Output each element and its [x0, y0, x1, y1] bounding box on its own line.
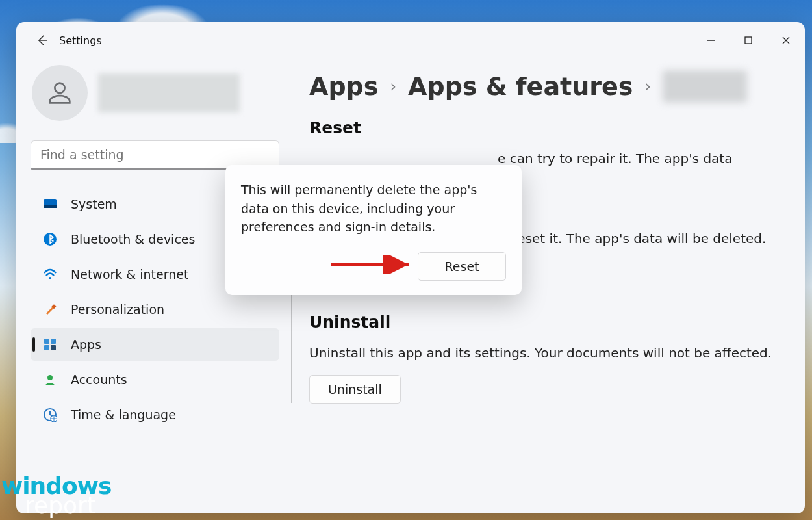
profile-block[interactable] — [31, 58, 279, 135]
sidebar-item-label: Bluetooth & devices — [71, 232, 195, 246]
display-icon — [42, 196, 58, 212]
svg-point-14 — [47, 375, 53, 380]
sidebar-item-label: Accounts — [71, 372, 127, 387]
sidebar-item-apps[interactable]: Apps — [31, 328, 279, 361]
bluetooth-icon — [42, 231, 58, 247]
svg-rect-13 — [51, 345, 56, 350]
window-controls — [692, 24, 805, 57]
sidebar-item-time-language[interactable]: Time & language — [31, 398, 279, 431]
uninstall-section: Uninstall Uninstall this app and its set… — [309, 313, 785, 404]
uninstall-button[interactable]: Uninstall — [309, 375, 401, 404]
apps-icon — [42, 337, 58, 352]
watermark: windows report — [1, 476, 111, 516]
breadcrumb-level3-redacted — [663, 70, 747, 103]
section-title-uninstall: Uninstall — [309, 313, 785, 332]
profile-name-redacted — [98, 73, 240, 112]
close-icon — [781, 36, 791, 45]
breadcrumb-level1[interactable]: Apps — [309, 72, 378, 101]
svg-rect-11 — [51, 339, 56, 344]
reset-confirm-popup: This will permanently delete the app's d… — [225, 165, 522, 295]
chevron-right-icon: › — [644, 77, 651, 96]
svg-rect-12 — [44, 345, 49, 350]
sidebar-item-accounts[interactable]: Accounts — [31, 363, 279, 396]
watermark-bottom: report — [1, 496, 111, 516]
window-title: Settings — [59, 34, 102, 47]
sidebar-item-label: System — [71, 197, 117, 211]
sidebar-item-label: Apps — [71, 337, 101, 352]
brush-icon — [42, 302, 58, 317]
popup-message: This will permanently delete the app's d… — [241, 181, 506, 237]
profile-details — [98, 73, 240, 112]
minimize-icon — [706, 36, 715, 45]
uninstall-description: Uninstall this app and its settings. You… — [309, 343, 785, 363]
titlebar: Settings — [16, 22, 805, 58]
svg-point-8 — [49, 277, 51, 280]
minimize-button[interactable] — [692, 24, 730, 57]
wifi-icon — [42, 266, 58, 282]
section-title-reset: Reset — [309, 118, 785, 137]
close-button[interactable] — [767, 24, 805, 57]
svg-rect-2 — [745, 37, 752, 44]
confirm-reset-button[interactable]: Reset — [418, 252, 506, 281]
arrow-left-icon — [36, 34, 49, 47]
svg-rect-10 — [44, 339, 49, 344]
annotation-arrow — [328, 255, 419, 274]
breadcrumb: Apps › Apps & features › — [309, 70, 785, 103]
svg-rect-6 — [44, 205, 57, 208]
sidebar-item-personalization[interactable]: Personalization — [31, 293, 279, 326]
chevron-right-icon: › — [390, 77, 396, 96]
person-icon — [42, 372, 58, 387]
clock-globe-icon — [42, 407, 58, 422]
breadcrumb-level2[interactable]: Apps & features — [408, 72, 633, 101]
sidebar-item-label: Time & language — [71, 408, 176, 422]
maximize-button[interactable] — [730, 24, 767, 57]
sidebar-item-label: Personalization — [71, 302, 164, 317]
person-icon — [45, 78, 75, 108]
back-button[interactable] — [29, 27, 55, 53]
maximize-icon — [744, 36, 753, 45]
sidebar-item-label: Network & internet — [71, 267, 188, 281]
avatar — [32, 65, 88, 121]
